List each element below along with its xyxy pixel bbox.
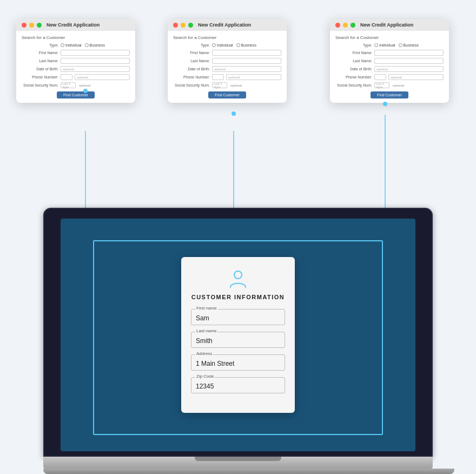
field-label-1: Last name: [195, 328, 217, 333]
win2-section: Search for a Customer: [173, 35, 281, 40]
field-box-3[interactable]: 12345: [191, 377, 285, 393]
phone-input-2[interactable]: optional: [226, 74, 281, 80]
tl-yellow-3: [343, 23, 348, 28]
field-box-2[interactable]: 1 Main Street: [191, 354, 285, 371]
lastname-label-2: Last Name:: [173, 59, 210, 63]
ssn-input-3[interactable]: Last 4 digits: [374, 82, 389, 88]
titlebar-1: New Credit Application: [16, 19, 135, 31]
lastname-input-1[interactable]: [61, 58, 130, 64]
firstname-row-3: First Name:: [335, 50, 444, 56]
firstname-input-2[interactable]: [212, 50, 281, 56]
lastname-row-1: Last Name:: [22, 58, 130, 64]
laptop-bottom: [43, 469, 454, 474]
lastname-label-1: Last Name:: [22, 59, 58, 63]
radio-circle-2: [85, 43, 89, 47]
radio-circle-6: [399, 43, 402, 47]
svg-point-8: [234, 271, 242, 279]
card-field-firstname: First name Sam: [191, 309, 285, 325]
phone-select-2[interactable]: [212, 74, 224, 80]
dob-input-3[interactable]: optional: [374, 66, 444, 72]
laptop-screen-inner: Customer Information First name Sam Last…: [61, 219, 415, 451]
win1-title: New Credit Application: [47, 22, 100, 28]
tl-green-2: [188, 23, 193, 28]
win2-body: Search for a Customer Type: Individual B…: [168, 31, 287, 103]
dob-row-3: Date of Birth: optional: [335, 66, 444, 72]
tl-green-1: [37, 23, 42, 28]
field-label-2: Address: [195, 351, 213, 356]
type-label-3: Type:: [335, 43, 372, 47]
find-customer-btn-1[interactable]: Find Customer: [57, 91, 95, 98]
person-icon: [227, 268, 249, 289]
dob-label-1: Date of Birth:: [22, 67, 58, 71]
type-row-1: Type: Individual Business: [22, 43, 130, 47]
radio-individual-2: Individual: [212, 43, 233, 47]
ssn-optional-2: optional: [230, 84, 242, 87]
ssn-row-3: Social Security Num. Last 4 digits optio…: [335, 82, 444, 88]
tl-red-2: [173, 23, 178, 28]
lastname-input-2[interactable]: [212, 58, 281, 64]
field-label-0: First name: [195, 306, 218, 311]
field-value-0: Sam: [196, 314, 209, 322]
field-label-3: Zip Code: [195, 374, 215, 379]
dob-input-2[interactable]: optional: [212, 66, 281, 72]
field-box-1[interactable]: Smith: [191, 332, 285, 348]
ssn-input-2[interactable]: Last 4 digits: [212, 82, 227, 88]
type-label-1: Type:: [22, 43, 58, 47]
mini-window-3: New Credit Application Search for a Cust…: [330, 19, 449, 103]
ssn-row-1: Social Security Num. Last 4 digits optio…: [22, 82, 130, 88]
laptop-screen-outer: Customer Information First name Sam Last…: [43, 208, 433, 457]
ssn-optional-3: optional: [393, 84, 404, 87]
customer-card: Customer Information First name Sam Last…: [181, 257, 295, 413]
lastname-row-2: Last Name:: [173, 58, 281, 64]
radio-circle-1: [61, 43, 64, 47]
laptop: Customer Information First name Sam Last…: [43, 208, 433, 474]
field-value-1: Smith: [196, 337, 213, 345]
card-field-address: Address 1 Main Street: [191, 354, 285, 371]
win1-body: Search for a Customer Type: Individual B…: [16, 31, 135, 103]
firstname-input-1[interactable]: [61, 50, 130, 56]
firstname-label-2: First Name:: [173, 51, 210, 55]
firstname-input-3[interactable]: [374, 50, 444, 56]
tl-yellow-1: [29, 23, 34, 28]
tl-yellow-2: [181, 23, 186, 28]
type-row-2: Type: Individual Business: [173, 43, 281, 47]
phone-select-1[interactable]: [61, 74, 72, 80]
win3-title: New Credit Application: [360, 22, 413, 28]
ssn-label-1: Social Security Num.: [22, 83, 58, 87]
firstname-row-2: First Name:: [173, 50, 281, 56]
find-customer-btn-3[interactable]: Find Customer: [371, 91, 408, 98]
phone-label-3: Phone Number:: [335, 75, 372, 79]
mini-window-2: New Credit Application Search for a Cust…: [168, 19, 287, 103]
card-icon-area: [191, 268, 285, 289]
titlebar-3: New Credit Application: [330, 19, 449, 31]
ssn-optional-1: optional: [79, 84, 90, 87]
svg-point-6: [232, 111, 236, 116]
win2-title: New Credit Application: [198, 22, 251, 28]
card-field-zip: Zip Code 12345: [191, 377, 285, 393]
tl-red-1: [22, 23, 27, 28]
phone-label-1: Phone Number:: [22, 75, 58, 79]
lastname-row-3: Last Name:: [335, 58, 444, 64]
field-box-0[interactable]: Sam: [191, 309, 285, 325]
radio-circle-5: [374, 43, 378, 47]
lastname-input-3[interactable]: [374, 58, 444, 64]
radio-business-2: Business: [236, 43, 256, 47]
dob-input-1[interactable]: optional: [61, 66, 130, 72]
phone-row-1: Phone Number: optional: [22, 74, 130, 80]
phone-input-3[interactable]: optional: [388, 74, 444, 80]
win1-section: Search for a Customer: [22, 35, 130, 40]
find-customer-btn-2[interactable]: Find Customer: [208, 91, 246, 98]
type-row-3: Type: Individual Business: [335, 43, 444, 47]
radio-circle-4: [236, 43, 240, 47]
field-value-2: 1 Main Street: [196, 360, 234, 367]
laptop-base: [43, 457, 433, 469]
phone-input-1[interactable]: optional: [75, 74, 130, 80]
dob-row-1: Date of Birth: optional: [22, 66, 130, 72]
ssn-input-1[interactable]: Last 4 digits: [61, 82, 76, 88]
radio-individual-3: Individual: [374, 43, 395, 47]
ssn-row-2: Social Security Num. Last 4 digits optio…: [173, 82, 281, 88]
card-field-lastname: Last name Smith: [191, 332, 285, 348]
phone-select-3[interactable]: [374, 74, 386, 80]
radio-business-1: Business: [85, 43, 105, 47]
tl-red-3: [335, 23, 340, 28]
